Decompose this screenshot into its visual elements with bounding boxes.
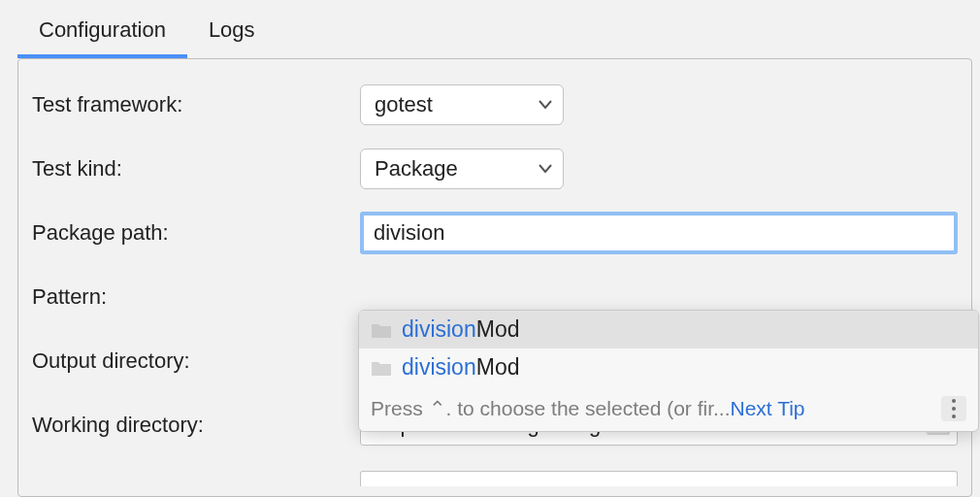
select-test-framework-value: gotest [375, 92, 433, 117]
autocomplete-item-0-match: division [402, 316, 476, 342]
tab-bar: Configuration Logs [0, 0, 980, 58]
configuration-panel: Test framework: gotest Test kind: Packag… [17, 58, 972, 497]
label-test-kind: Test kind: [32, 156, 360, 182]
tab-configuration[interactable]: Configuration [17, 4, 187, 58]
row-test-framework: Test framework: gotest [18, 73, 971, 137]
select-test-kind[interactable]: Package [360, 149, 564, 189]
hint-key: ⌃ [429, 397, 446, 419]
autocomplete-item-1[interactable]: divisionMod [359, 348, 978, 386]
input-package-path[interactable] [360, 212, 958, 254]
label-output-directory: Output directory: [32, 348, 360, 374]
row-next-partial [18, 457, 971, 486]
label-working-directory: Working directory: [32, 413, 360, 438]
chevron-down-icon [538, 99, 553, 111]
autocomplete-popup: divisionMod divisionMod Press ⌃. to choo… [358, 310, 979, 432]
chevron-down-icon [538, 163, 553, 175]
autocomplete-item-1-rest: Mod [476, 354, 520, 380]
package-icon [371, 321, 392, 339]
package-icon [371, 359, 392, 377]
autocomplete-item-0[interactable]: divisionMod [359, 311, 978, 348]
next-tip-link[interactable]: Next Tip [731, 397, 805, 419]
row-test-kind: Test kind: Package [18, 137, 971, 201]
autocomplete-item-0-rest: Mod [476, 316, 520, 342]
label-pattern: Pattern: [32, 284, 360, 310]
label-package-path: Package path: [32, 220, 360, 246]
autocomplete-hint: Press ⌃. to choose the selected (or fir.… [371, 397, 941, 420]
input-next-partial[interactable] [360, 471, 958, 486]
select-test-kind-value: Package [375, 156, 458, 182]
hint-suffix: . to choose the selected (or fir... [446, 397, 731, 419]
select-test-framework[interactable]: gotest [360, 84, 564, 125]
tab-logs[interactable]: Logs [187, 4, 277, 58]
label-test-framework: Test framework: [32, 92, 360, 117]
row-package-path: Package path: [18, 201, 971, 265]
hint-prefix: Press [371, 397, 429, 419]
autocomplete-item-1-match: division [402, 354, 476, 380]
more-options-icon[interactable] [941, 396, 966, 421]
autocomplete-footer: Press ⌃. to choose the selected (or fir.… [359, 386, 978, 431]
